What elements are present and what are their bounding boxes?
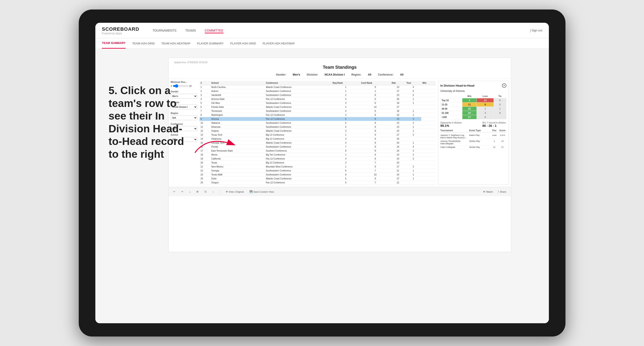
sub-nav-player-summary[interactable]: PLAYER SUMMARY (197, 38, 224, 49)
h2h-row-top10[interactable]: Top 10 3 13 0 (440, 98, 506, 103)
sub-nav-team-h2h-heatmap[interactable]: TEAM H2H HEATMAP (161, 38, 190, 49)
th-tour: Tour (405, 81, 421, 85)
save-custom-button[interactable]: 💾 Save Custom View (248, 189, 275, 194)
th-school: School (210, 81, 265, 85)
table-row[interactable]: 10AlabamaSoutheastern Conference58233 (200, 121, 436, 125)
th-conference: Conference (265, 81, 332, 85)
th-win: Win (421, 81, 436, 85)
h2h-row-11-25[interactable]: 11-25 11 8 0 (440, 103, 506, 107)
instruction-section: 5. Click on a team's row to see their In… (108, 84, 195, 161)
table-row[interactable]: 22GeorgiaSoutheastern Conference87211 (200, 169, 436, 173)
update-time: Update time: 27/03/2024 16:56:26 (174, 61, 506, 64)
sign-out[interactable]: | Sign out (530, 29, 542, 32)
bottom-toolbar: ↩ ↪ ⌂ ⊞ ⊡ ○ 👁 View: Original 💾 Save Cust… (168, 187, 511, 196)
watch-icon: 👁 (483, 190, 486, 193)
h2h-school: University of Arizona (440, 89, 506, 93)
h2h-close-button[interactable]: ✕ (502, 83, 506, 88)
undo-button[interactable]: ↩ (172, 189, 176, 194)
home-button[interactable]: ⌂ (188, 190, 192, 194)
th-conf-rank: Conf Rank (360, 81, 390, 85)
sub-nav-player-h2h-grid[interactable]: PLAYER H2H GRID (230, 38, 256, 49)
th-rds: Rds (390, 81, 405, 85)
arrow-indicator (190, 133, 239, 160)
panel-title: Team Standings (174, 65, 506, 70)
logo-text: SCOREBOARD (102, 26, 139, 32)
filter-row: Gender: Men's Division: NCAA Division I … (174, 72, 506, 77)
nav-teams[interactable]: TEAMS (185, 28, 196, 33)
table-row[interactable]: 24DukeAtlantic Coast Conference59271 (200, 177, 436, 181)
main-content: 5. Click on a team's row to see their In… (95, 49, 549, 323)
th-rank: # (200, 81, 210, 85)
table-row[interactable]: 12VirginiaAtlantic Coast Conference38241 (200, 129, 436, 133)
top-nav: SCOREBOARD Powered by clippd TOURNAMENTS… (95, 23, 549, 38)
table-row[interactable]: 8WashingtonPac-12 Conference28231 (200, 113, 436, 117)
fit-button[interactable]: ⊡ (203, 189, 208, 194)
tablet-frame: SCOREBOARD Powered by clippd TOURNAMENTS… (79, 9, 566, 337)
redo-button[interactable]: ↪ (180, 189, 184, 194)
h2h-row-26-50[interactable]: 26-50 25 2 1 (440, 107, 506, 111)
h2h-tournaments: Tournament Event Type Pos Score Jackson … (440, 129, 506, 149)
table-row[interactable]: 9ArizonaPac-12 Conference58233 (200, 117, 436, 121)
share-button[interactable]: ⤴ Share (496, 190, 508, 194)
h2h-panel: In Division Head-to-Head ✕ University of… (438, 81, 509, 185)
toolbar-separator (220, 189, 220, 194)
h2h-stats: Opponents in division: 99.1% W-L-T recor… (440, 122, 506, 128)
table-row[interactable]: 5Ole MissSoutheastern Conference36181 (200, 101, 436, 105)
tournament-row: Jackson T. Stephens Cup Men's Match-Play… (440, 134, 506, 139)
sub-nav-player-h2h-heatmap[interactable]: PLAYER H2H HEATMAP (262, 38, 295, 49)
table-row[interactable]: 2AuburnSoutheastern Conference11276 (200, 89, 436, 93)
nav-tournaments[interactable]: TOURNAMENTS (152, 28, 176, 33)
grid-button[interactable]: ⊞ (195, 189, 200, 194)
panel-header: Update time: 27/03/2024 16:56:26 Team St… (168, 58, 511, 79)
view-icon: 👁 (226, 190, 228, 193)
sub-nav-team-h2h-grid[interactable]: TEAM H2H GRID (132, 38, 155, 49)
tablet-screen: SCOREBOARD Powered by clippd TOURNAMENTS… (95, 23, 549, 323)
save-icon: 💾 (250, 190, 253, 193)
table-row[interactable]: 20TexasBig 12 Conference3720 (200, 161, 436, 165)
table-row[interactable]: 7TennesseeSoutheastern Conference46181 (200, 109, 436, 113)
view-original-button[interactable]: 👁 View: Original (224, 190, 245, 194)
table-row[interactable]: 23Texas A&MSoutheastern Conference910241 (200, 173, 436, 177)
watch-button[interactable]: 👁 Watch (482, 190, 494, 194)
tournament-row: Arizona Thunderbirds Intercollegiate Str… (440, 139, 506, 145)
instruction-text: 5. Click on a team's row to see their In… (108, 84, 195, 161)
nav-committee[interactable]: COMMITTEE (205, 28, 224, 33)
table-row[interactable]: 25OregonPac-12 Conference5721 (200, 181, 436, 185)
tournament-row: Cabo Collegiate Stroke Play 11 17 (440, 145, 506, 149)
clock-button[interactable]: ○ (211, 190, 215, 194)
toolbar-right: 👁 Watch ⤴ Share (482, 190, 508, 194)
table-row[interactable]: 6Florida StateAtlantic Coast Conference2… (200, 105, 436, 109)
share-icon: ⤴ (498, 190, 499, 193)
table-row[interactable]: 4Arizona StatePac-12 Conference45261 (200, 97, 436, 101)
logo-area: SCOREBOARD Powered by clippd (102, 26, 139, 35)
table-row[interactable]: 21New MexicoMountain West Conference1927… (200, 165, 436, 169)
table-row[interactable]: 3VanderbiltSoutheastern Conference28235 (200, 93, 436, 97)
h2h-row-51-100[interactable]: 51-100 20 3 0 (440, 111, 506, 115)
h2h-header: In Division Head-to-Head ✕ (440, 83, 506, 88)
logo-sub: Powered by clippd (102, 32, 139, 35)
table-row[interactable]: 11ArkansasSoutheastern Conference68231 (200, 125, 436, 129)
sub-nav-team-summary[interactable]: TEAM SUMMARY (102, 38, 126, 49)
h2h-row-gt100[interactable]: >100 27 0 (440, 115, 506, 119)
th-reg-rank: Reg Rank (332, 81, 360, 85)
table-row[interactable]: 1North CarolinaAtlantic Coast Conference… (200, 85, 436, 89)
h2h-title: In Division Head-to-Head (440, 84, 474, 87)
sub-nav: TEAM SUMMARY TEAM H2H GRID TEAM H2H HEAT… (95, 38, 549, 49)
h2h-grid-table: Win Loss Tie Top 10 3 13 0 (440, 94, 506, 119)
table-header-row: # School Conference Reg Rank Conf Rank R… (200, 81, 436, 85)
